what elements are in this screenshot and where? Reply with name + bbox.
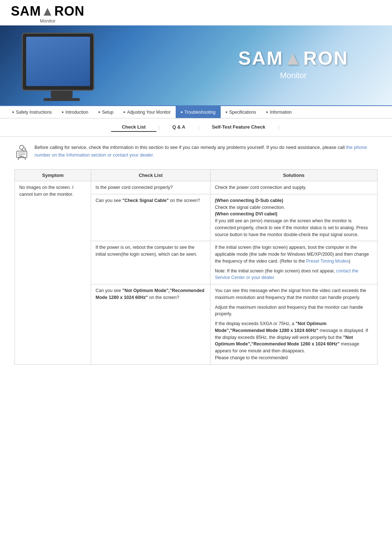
table-header-checklist: Check List	[91, 170, 211, 181]
intro-link[interactable]: the phone number on the Information sect…	[34, 145, 367, 158]
subnav-divider-1: |	[156, 125, 161, 130]
info-icon: ✓	[15, 144, 29, 160]
banner-logo: SAM▲RON Monitor	[238, 47, 348, 80]
nav-item-information[interactable]: Information	[261, 106, 297, 118]
solution-para: (When connecting D-Sub cable)Check the s…	[215, 197, 373, 238]
contact-service-link[interactable]: contact the Service Center or your deale…	[215, 268, 358, 280]
brand-subtitle: Monitor	[40, 18, 56, 24]
banner-brand-name: SAM▲RON	[238, 47, 348, 69]
checklist-cell-3: If the power is on, reboot the computer …	[91, 241, 211, 284]
main-content: ✓ Before calling for service, check the …	[0, 137, 392, 372]
banner-monitor-image	[22, 33, 102, 105]
preset-timing-link[interactable]: Preset Timing Modes	[306, 259, 348, 264]
table-header-symptom: Symptom	[15, 170, 91, 181]
trouble-table: Symptom Check List Solutions No images o…	[15, 169, 377, 365]
table-header-solutions: Solutions	[210, 170, 377, 181]
solution-para: If the initial screen (the login screen)…	[215, 244, 373, 264]
solution-cell-1: Check the power cord connection and supp…	[210, 181, 377, 194]
solution-para: Adjust the maximum resolution and freque…	[215, 304, 373, 318]
table-row: No images on the screen. I cannot turn o…	[15, 181, 377, 194]
solution-para: You can see this message when the signal…	[215, 287, 373, 301]
sub-nav: Check List | Q & A | Self-Test Feature C…	[0, 118, 392, 137]
intro-text: Before calling for service, check the in…	[34, 144, 377, 159]
subnav-qa[interactable]: Q & A	[162, 123, 196, 132]
header: SAM▲RON Monitor	[0, 0, 392, 25]
banner-brand-subtitle: Monitor	[238, 71, 348, 80]
solution-para: If the display exceeds SXGA or 75Hz, a "…	[215, 320, 373, 361]
checklist-cell-4: Can you see "Not Optimum Mode","Recommen…	[91, 284, 211, 365]
nav-item-adjusting[interactable]: Adjusting Your Monitor	[118, 106, 176, 118]
symptom-cell-1: No images on the screen. I cannot turn o…	[15, 181, 91, 365]
solution-cell-4: You can see this message when the signal…	[210, 284, 377, 365]
brand-logo: SAM▲RON	[11, 4, 85, 19]
solution-cell-2: (When connecting D-Sub cable)Check the s…	[210, 194, 377, 241]
banner: SAM▲RON Monitor	[0, 25, 392, 105]
checklist-cell-2: Can you see "Check Signal Cable" on the …	[91, 194, 211, 241]
solution-para: Note: If the initial screen (the login s…	[215, 268, 373, 281]
nav-item-setup[interactable]: Setup	[93, 106, 118, 118]
nav-item-specifications[interactable]: Specifications	[221, 106, 261, 118]
subnav-divider-3: |	[276, 125, 281, 130]
checklist-cell-1: Is the power cord connected properly?	[91, 181, 211, 194]
svg-text:✓: ✓	[23, 149, 25, 152]
intro-box: ✓ Before calling for service, check the …	[15, 144, 377, 160]
subnav-selftest[interactable]: Self-Test Feature Check	[201, 123, 276, 132]
nav-item-troubleshooting[interactable]: Troubleshooting	[176, 106, 220, 118]
nav-bar: Safety Instructions Introduction Setup A…	[0, 105, 392, 118]
subnav-divider-2: |	[196, 125, 201, 130]
solution-cell-3: If the initial screen (the login screen)…	[210, 241, 377, 284]
nav-item-intro[interactable]: Introduction	[57, 106, 94, 118]
subnav-checklist[interactable]: Check List	[111, 123, 157, 132]
logo-area: SAM▲RON Monitor	[11, 4, 85, 24]
nav-item-safety[interactable]: Safety Instructions	[7, 106, 57, 118]
